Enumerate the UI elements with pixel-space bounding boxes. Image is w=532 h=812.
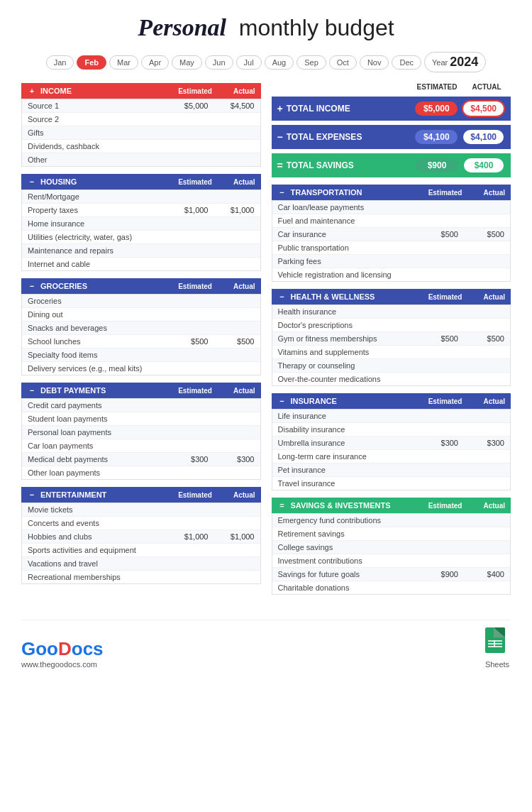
table-row: Travel insurance <box>272 477 511 490</box>
total-expenses-values: $4,100 $4,100 <box>415 128 505 146</box>
debt-header: − DEBT PAYMENTS Estimated Actual <box>21 383 261 398</box>
total-savings-values: $900 $400 <box>416 157 505 174</box>
transportation-header-left: − TRANSPORTATION <box>277 187 362 197</box>
health-col-est: Estimated <box>428 293 462 301</box>
month-dec[interactable]: Dec <box>392 55 421 70</box>
row-label: Utilities (electricity, water, gas) <box>28 233 170 241</box>
table-row: Personal loan payments <box>22 426 260 439</box>
groceries-minus-icon: − <box>27 281 37 291</box>
table-row: Internet and cable <box>22 258 260 270</box>
table-row: Health insurance <box>272 305 511 319</box>
month-may[interactable]: May <box>172 55 202 70</box>
table-row: Life insurance <box>272 410 511 423</box>
row-label: Specialty food items <box>28 351 170 359</box>
income-section: + INCOME Estimated Actual Source 1 $5,00… <box>21 83 261 167</box>
table-row: Sports activities and equipment <box>22 544 260 557</box>
row-est: $1,000 <box>170 206 209 214</box>
insurance-body: Life insurance Disability insurance Umbr… <box>272 409 511 490</box>
insurance-section: − INSURANCE Estimated Actual Life insura… <box>272 393 511 490</box>
groceries-col-act: Actual <box>233 282 255 290</box>
summary-area: ESTIMATED ACTUAL + TOTAL INCOME $5,000 $… <box>272 83 511 177</box>
month-mar[interactable]: Mar <box>109 55 138 70</box>
table-row: School lunches $500 $500 <box>22 335 260 349</box>
row-values: $500 $500 <box>419 334 504 343</box>
row-values: $900 $400 <box>419 570 504 578</box>
row-label: Vitamins and supplements <box>278 348 420 356</box>
total-expenses-act: $4,100 <box>462 128 505 146</box>
total-income-block: + TOTAL INCOME $5,000 $4,500 <box>272 97 511 121</box>
row-label: Car loan/lease payments <box>278 203 420 212</box>
month-feb[interactable]: Feb <box>77 55 106 70</box>
row-act: $4,500 <box>216 102 255 110</box>
table-row: Vitamins and supplements <box>272 346 511 359</box>
row-values: $500 $500 <box>419 230 504 238</box>
income-title: INCOME <box>40 87 72 95</box>
table-row: Long-term care insurance <box>272 450 511 463</box>
row-label: Travel insurance <box>278 479 420 488</box>
row-est: $1,000 <box>170 532 209 541</box>
housing-minus-icon: − <box>27 177 37 187</box>
month-nov[interactable]: Nov <box>360 55 389 70</box>
footer: GooDocs www.thegoodocs.com Sheets <box>21 620 511 676</box>
table-row: Home insurance <box>22 217 260 231</box>
insurance-col-est: Estimated <box>428 397 462 405</box>
month-jun[interactable]: Jun <box>205 55 233 70</box>
row-label: Rent/Mortgage <box>28 192 170 201</box>
entertainment-col-est: Estimated <box>178 491 212 499</box>
table-row: Vehicle registration and licensing <box>272 268 511 281</box>
table-row: Dividends, cashback <box>22 140 260 153</box>
table-row: Parking fees <box>272 255 511 268</box>
debt-col-headers: Estimated Actual <box>178 387 255 395</box>
year-label: Year <box>432 58 448 67</box>
income-body: Source 1 $5,000 $4,500 Source 2 Gifts Di… <box>21 99 261 167</box>
month-jul[interactable]: Jul <box>236 55 262 70</box>
table-row: Car loan/lease payments <box>272 201 511 214</box>
table-row: Maintenance and repairs <box>22 244 260 258</box>
row-act: $500 <box>216 337 255 346</box>
row-label: Other <box>28 155 170 164</box>
month-apr[interactable]: Apr <box>141 55 169 70</box>
row-label: Gifts <box>28 128 170 137</box>
row-values: $300 $300 <box>170 455 255 463</box>
row-label: Student loan payments <box>28 415 170 423</box>
health-col-act: Actual <box>483 293 505 301</box>
row-values: $500 $500 <box>170 337 255 346</box>
entertainment-body: Movie tickets Concerts and events Hobbie… <box>21 503 261 584</box>
table-row: Other loan payments <box>22 466 260 479</box>
table-row: Car loan payments <box>22 439 260 453</box>
row-label: Disability insurance <box>278 425 420 434</box>
groceries-header-left: − GROCERIES <box>27 281 87 291</box>
row-label: Umbrella insurance <box>278 439 420 447</box>
month-sep[interactable]: Sep <box>297 55 326 70</box>
row-label: Retirement savings <box>278 530 420 538</box>
table-row: Concerts and events <box>22 517 260 530</box>
year-tab[interactable]: Year 2024 <box>424 52 486 72</box>
row-label: Public transportation <box>278 243 420 252</box>
row-act: $500 <box>465 230 504 238</box>
table-row: Recreational memberships <box>22 571 260 583</box>
page: Personal monthly budget Jan Feb Mar Apr … <box>0 0 532 683</box>
month-aug[interactable]: Aug <box>265 55 294 70</box>
entertainment-header: − ENTERTAINMENT Estimated Actual <box>21 487 261 503</box>
row-label: Groceries <box>28 297 170 305</box>
row-label: Source 2 <box>28 115 170 124</box>
page-title: Personal monthly budget <box>138 15 394 40</box>
row-label: Other loan payments <box>28 468 170 477</box>
footer-url: www.thegoodocs.com <box>21 660 104 669</box>
health-section: − HEALTH & WELLNESS Estimated Actual Hea… <box>272 289 511 386</box>
row-label: Dining out <box>28 310 170 319</box>
row-est: $500 <box>419 334 458 343</box>
footer-logo: GooDocs <box>21 638 104 660</box>
row-values: $300 $300 <box>419 439 504 447</box>
row-label: Credit card payments <box>28 401 170 410</box>
svg-rect-6 <box>494 640 495 647</box>
insurance-col-headers: Estimated Actual <box>428 397 505 405</box>
table-row: Rent/Mortgage <box>22 190 260 204</box>
month-jan[interactable]: Jan <box>46 55 74 70</box>
main-grid: + INCOME Estimated Actual Source 1 $5,00… <box>21 83 511 602</box>
row-values: $1,000 $1,000 <box>170 532 255 541</box>
row-label: Personal loan payments <box>28 428 170 437</box>
table-row: Charitable donations <box>272 581 511 594</box>
debt-col-act: Actual <box>233 387 255 395</box>
month-oct[interactable]: Oct <box>329 55 357 70</box>
